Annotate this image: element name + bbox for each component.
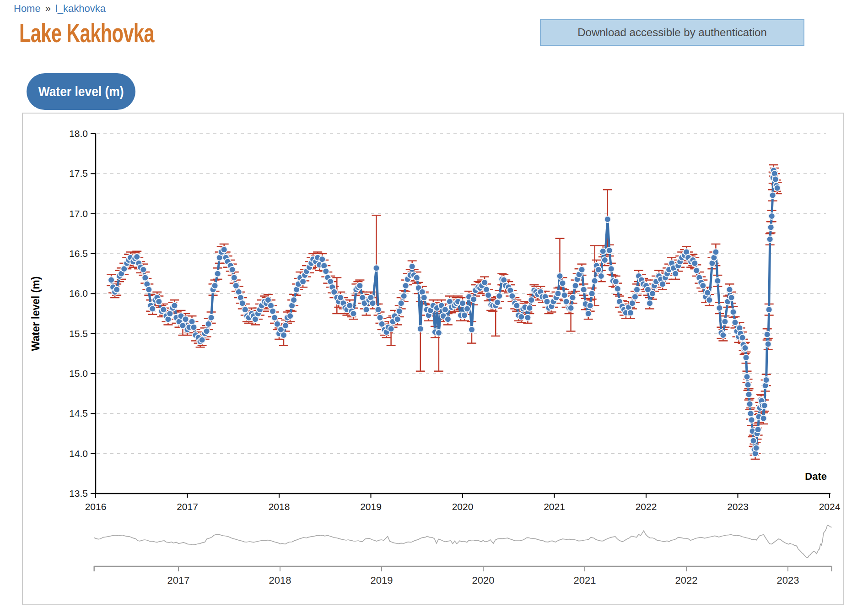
y-axis-title: Water level (m) <box>30 277 42 351</box>
data-point <box>712 249 719 255</box>
data-point <box>632 293 638 300</box>
data-point <box>239 300 246 306</box>
breadcrumb: Home»l_kakhovka <box>14 3 106 15</box>
data-point <box>592 277 598 284</box>
data-point <box>602 257 608 263</box>
data-point <box>739 334 746 341</box>
data-point <box>350 310 356 317</box>
data-point <box>233 282 239 289</box>
data-point <box>409 263 415 270</box>
data-point <box>629 300 636 306</box>
data-point <box>767 236 773 243</box>
data-point <box>761 402 768 409</box>
data-point <box>464 306 470 312</box>
data-point <box>205 321 212 327</box>
tab-water-level[interactable]: Water level (m) <box>27 73 135 110</box>
data-point <box>760 415 767 422</box>
data-point <box>589 290 595 297</box>
data-point <box>716 305 722 311</box>
data-point <box>750 438 757 444</box>
x-tick-label: 2023 <box>727 501 749 512</box>
x-tick-label: 2020 <box>452 501 474 512</box>
data-point <box>191 324 197 331</box>
data-point <box>526 305 533 311</box>
data-point <box>134 254 140 260</box>
y-tick-label: 16.0 <box>69 288 88 299</box>
navigator-tick-label: 2017 <box>167 575 190 586</box>
data-point <box>401 293 407 299</box>
y-tick-label: 15.0 <box>69 368 88 379</box>
data-point <box>634 287 640 293</box>
data-point <box>732 319 739 326</box>
data-point <box>749 417 755 423</box>
data-point <box>672 271 679 277</box>
data-point <box>743 354 749 361</box>
data-point <box>613 278 619 285</box>
data-point <box>215 271 221 277</box>
data-point <box>461 312 468 319</box>
data-point <box>394 316 401 322</box>
y-tick-label: 17.0 <box>69 208 88 219</box>
data-point <box>560 280 566 287</box>
data-point <box>772 176 779 183</box>
data-point <box>469 326 475 333</box>
download-button-label: Download accessible by authentication <box>577 26 767 39</box>
y-tick-label: 16.5 <box>69 248 88 259</box>
data-point <box>700 282 706 289</box>
data-point <box>388 326 394 332</box>
data-point <box>229 266 236 273</box>
data-point <box>747 401 753 407</box>
y-tick-label: 14.0 <box>69 448 88 459</box>
data-point <box>271 315 278 321</box>
data-point <box>496 293 502 299</box>
data-point <box>649 290 656 297</box>
data-point <box>319 256 325 262</box>
data-point <box>414 274 420 281</box>
navigator-line <box>94 525 832 558</box>
breadcrumb-home-link[interactable]: Home <box>14 3 41 14</box>
data-point <box>730 309 737 315</box>
navigator-tick-label: 2022 <box>675 575 698 586</box>
data-point <box>768 224 774 230</box>
data-point <box>615 286 621 292</box>
data-point <box>763 377 770 383</box>
data-point <box>208 315 215 321</box>
data-point <box>280 332 287 338</box>
x-tick-label: 2016 <box>85 501 107 512</box>
y-tick-label: 14.5 <box>69 408 88 418</box>
page-title: Lake Kakhovka <box>19 17 206 48</box>
data-point <box>270 308 276 315</box>
data-point <box>647 300 653 306</box>
data-point <box>563 299 570 305</box>
data-point <box>587 303 593 309</box>
data-point <box>568 305 574 311</box>
data-point <box>356 282 363 289</box>
data-point <box>598 273 604 279</box>
data-point <box>509 293 515 299</box>
water-level-chart[interactable]: 18.017.517.016.516.015.515.014.514.013.5… <box>23 114 843 604</box>
data-point <box>769 213 775 219</box>
data-point <box>748 410 754 417</box>
data-point <box>403 282 409 289</box>
y-tick-label: 18.0 <box>69 128 88 139</box>
data-point <box>160 306 167 313</box>
data-point <box>442 306 448 313</box>
data-point <box>753 445 760 451</box>
data-point <box>377 315 383 321</box>
breadcrumb-current-link[interactable]: l_kakhovka <box>55 3 106 14</box>
data-point <box>746 391 752 397</box>
data-point <box>156 299 162 305</box>
download-button[interactable]: Download accessible by authentication <box>540 19 804 46</box>
data-point <box>600 248 606 255</box>
data-point <box>287 313 293 319</box>
x-tick-label: 2024 <box>819 501 841 512</box>
data-point <box>728 294 735 301</box>
x-tick-label: 2021 <box>544 501 565 512</box>
data-point <box>765 341 771 347</box>
data-point <box>706 297 712 303</box>
data-point <box>421 294 427 301</box>
data-point <box>375 306 382 313</box>
x-tick-label: 2022 <box>636 501 657 512</box>
data-point <box>212 282 218 289</box>
data-point <box>518 314 524 320</box>
